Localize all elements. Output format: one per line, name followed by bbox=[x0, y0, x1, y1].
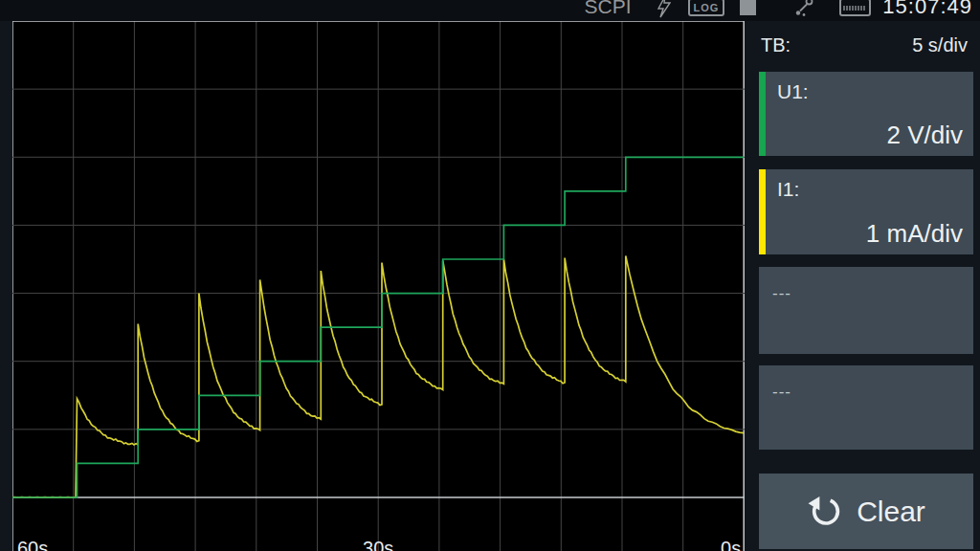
scpi-status-label: SCPI bbox=[585, 0, 632, 18]
timebase-row[interactable]: TB: 5 s/div bbox=[761, 34, 968, 56]
timebase-label: TB: bbox=[761, 34, 791, 56]
sidebar: TB: 5 s/div U1: 2 V/div I1: 1 mA/div ---… bbox=[751, 21, 980, 551]
svg-text:30s: 30s bbox=[363, 538, 393, 551]
channel-u1-color-bar bbox=[759, 72, 766, 156]
status-bar: SCPI LOG 15:07:49 bbox=[0, 0, 980, 21]
log-icon: LOG bbox=[688, 0, 725, 16]
status-bar-items: SCPI LOG 15:07:49 bbox=[585, 0, 973, 19]
remote-icon bbox=[794, 0, 814, 17]
clear-button-label: Clear bbox=[857, 496, 925, 528]
channel-scale: 1 mA/div bbox=[866, 219, 963, 249]
trigger-icon bbox=[657, 0, 671, 18]
channel-name: --- bbox=[772, 383, 791, 402]
channel-panel-empty-1[interactable]: --- bbox=[759, 267, 973, 354]
keyboard-icon bbox=[839, 0, 871, 16]
channel-panel-empty-2[interactable]: --- bbox=[759, 365, 973, 450]
svg-text:60s: 60s bbox=[17, 538, 48, 551]
channel-name: U1: bbox=[777, 80, 809, 103]
channel-name: --- bbox=[772, 284, 791, 303]
svg-text:0s: 0s bbox=[721, 538, 741, 551]
undo-icon bbox=[807, 494, 842, 529]
logger-plot[interactable]: 60s30s0s bbox=[12, 21, 745, 551]
channel-scale: 2 V/div bbox=[887, 121, 964, 150]
clear-button[interactable]: Clear bbox=[759, 474, 973, 549]
log-icon-label: LOG bbox=[694, 2, 720, 13]
timebase-value: 5 s/div bbox=[912, 34, 968, 56]
channel-name: I1: bbox=[777, 178, 799, 201]
stop-icon bbox=[740, 0, 756, 15]
channel-panel-i1[interactable]: I1: 1 mA/div bbox=[759, 169, 973, 254]
channel-i1-color-bar bbox=[759, 169, 766, 254]
clock: 15:07:49 bbox=[882, 0, 972, 19]
channel-panel-u1[interactable]: U1: 2 V/div bbox=[759, 72, 973, 156]
